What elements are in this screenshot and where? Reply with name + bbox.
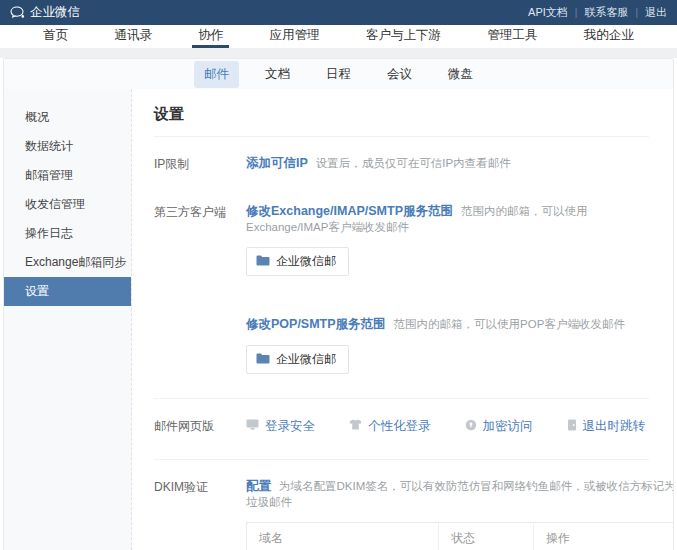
dkim-content: 配置为域名配置DKIM签名，可以有效防范仿冒和网络钓鱼邮件，或被收信方标记为垃圾…	[246, 478, 673, 550]
personalized-login-link[interactable]: 个性化登录	[349, 418, 431, 435]
nav-item-apps[interactable]: 应用管理	[264, 25, 326, 48]
sidebar-item-exchange-sync[interactable]: Exchange邮箱同步	[4, 248, 131, 277]
section-ip-and-clients: IP限制 添加可信IP设置后，成员仅可在可信IP内查看邮件 第三方客户端 修改E…	[154, 137, 649, 398]
mail-sidebar: 概况 数据统计 邮箱管理 收发信管理 操作日志 Exchange邮箱同步 设置	[4, 89, 132, 550]
logout-redirect-link[interactable]: 退出时跳转	[567, 418, 646, 435]
third-party-row: 第三方客户端 修改Exchange/IMAP/SMTP服务范围范围内的邮箱，可以…	[154, 203, 649, 374]
chip-label: 企业微信邮	[276, 253, 336, 270]
tab-docs[interactable]: 文档	[255, 61, 300, 88]
exchange-scope-block: 修改Exchange/IMAP/SMTP服务范围范围内的邮箱，可以使用Excha…	[246, 203, 649, 276]
sidebar-item-operation-log[interactable]: 操作日志	[4, 219, 131, 248]
encrypted-access-link[interactable]: 加密访问	[465, 418, 533, 435]
dkim-configure-link[interactable]: 配置	[246, 479, 271, 493]
webmail-links: 登录安全 个性化登录 加密访问 退出时跳转	[246, 417, 649, 435]
section-webmail: 邮件网页版 登录安全 个性化登录 加密访问	[154, 399, 649, 459]
page-background-gap	[0, 48, 677, 58]
panel-body: 概况 数据统计 邮箱管理 收发信管理 操作日志 Exchange邮箱同步 设置 …	[4, 89, 673, 550]
logout-link[interactable]: 退出	[645, 5, 667, 20]
nav-item-collaboration[interactable]: 协作	[192, 25, 229, 48]
dkim-desc: 为域名配置DKIM签名，可以有效防范仿冒和网络钓鱼邮件，或被收信方标记为垃圾邮件	[246, 480, 673, 508]
ip-restriction-label: IP限制	[154, 155, 246, 173]
main-nav: 首页 通讯录 协作 应用管理 客户与上下游 管理工具 我的企业	[0, 25, 677, 48]
modify-exchange-scope-link[interactable]: 修改Exchange/IMAP/SMTP服务范围	[246, 204, 453, 218]
logout-redirect-label: 退出时跳转	[583, 418, 646, 435]
login-security-link[interactable]: 登录安全	[246, 418, 315, 435]
pop-scope-desc: 范围内的邮箱，可以使用POP客户端收发邮件	[394, 318, 625, 330]
exchange-scope-chip[interactable]: 企业微信邮	[246, 247, 349, 276]
lock-icon	[465, 419, 477, 434]
sidebar-item-mailbox-management[interactable]: 邮箱管理	[4, 161, 131, 190]
personalized-login-label: 个性化登录	[368, 418, 431, 435]
sidebar-item-statistics[interactable]: 数据统计	[4, 132, 131, 161]
sidebar-item-overview[interactable]: 概况	[4, 103, 131, 132]
folder-icon	[256, 353, 270, 367]
table-header-row: 域名 状态 操作	[247, 523, 674, 550]
chip-label: 企业微信邮	[276, 351, 336, 368]
separator: |	[575, 7, 578, 18]
wework-logo-icon	[10, 6, 25, 19]
column-header-domain: 域名	[247, 523, 439, 550]
folder-icon	[256, 255, 270, 269]
settings-content: 设置 IP限制 添加可信IP设置后，成员仅可在可信IP内查看邮件 第三方客户端 …	[132, 89, 673, 550]
tab-mail[interactable]: 邮件	[194, 61, 239, 88]
sidebar-item-send-receive[interactable]: 收发信管理	[4, 190, 131, 219]
ip-restriction-row: IP限制 添加可信IP设置后，成员仅可在可信IP内查看邮件	[154, 155, 649, 173]
pop-scope-chip[interactable]: 企业微信邮	[246, 345, 349, 374]
nav-item-customers[interactable]: 客户与上下游	[360, 25, 447, 48]
tab-drive[interactable]: 微盘	[438, 61, 483, 88]
sidebar-item-settings[interactable]: 设置	[4, 277, 131, 306]
nav-item-my-company[interactable]: 我的企业	[578, 25, 640, 48]
login-security-label: 登录安全	[265, 418, 315, 435]
brand: 企业微信	[10, 4, 80, 21]
topbar: 企业微信 API文档 | 联系客服 | 退出	[0, 0, 677, 25]
tshirt-icon	[349, 419, 362, 433]
subtab-bar: 邮件 文档 日程 会议 微盘	[4, 59, 673, 89]
topbar-links: API文档 | 联系客服 | 退出	[528, 5, 667, 20]
tab-calendar[interactable]: 日程	[316, 61, 361, 88]
ip-restriction-desc: 设置后，成员仅可在可信IP内查看邮件	[316, 157, 511, 169]
nav-item-contacts[interactable]: 通讯录	[109, 25, 159, 48]
contact-support-link[interactable]: 联系客服	[584, 5, 628, 20]
nav-item-admin-tools[interactable]: 管理工具	[481, 25, 543, 48]
nav-item-home[interactable]: 首页	[37, 25, 74, 48]
webmail-label: 邮件网页版	[154, 417, 246, 435]
dkim-row: DKIM验证 配置为域名配置DKIM签名，可以有效防范仿冒和网络钓鱼邮件，或被收…	[154, 478, 649, 550]
brand-name: 企业微信	[30, 4, 80, 21]
column-header-action: 操作	[534, 523, 674, 550]
pop-scope-block: 修改POP/SMTP服务范围范围内的邮箱，可以使用POP客户端收发邮件 企业微信…	[246, 316, 649, 374]
monitor-icon	[246, 419, 259, 433]
dkim-label: DKIM验证	[154, 478, 246, 550]
collaboration-panel: 邮件 文档 日程 会议 微盘 概况 数据统计 邮箱管理 收发信管理 操作日志 E…	[3, 58, 674, 550]
dkim-domain-table: 域名 状态 操作 988666.club 已验证 查看配置	[246, 522, 673, 550]
encrypted-access-label: 加密访问	[483, 418, 533, 435]
third-party-content: 修改Exchange/IMAP/SMTP服务范围范围内的邮箱，可以使用Excha…	[246, 203, 649, 374]
separator: |	[635, 7, 638, 18]
section-dkim: DKIM验证 配置为域名配置DKIM签名，可以有效防范仿冒和网络钓鱼邮件，或被收…	[154, 460, 649, 550]
api-docs-link[interactable]: API文档	[528, 5, 568, 20]
ip-restriction-content: 添加可信IP设置后，成员仅可在可信IP内查看邮件	[246, 155, 649, 173]
tab-meeting[interactable]: 会议	[377, 61, 422, 88]
modify-pop-scope-link[interactable]: 修改POP/SMTP服务范围	[246, 317, 386, 331]
page-title: 设置	[154, 99, 649, 136]
webmail-row: 邮件网页版 登录安全 个性化登录 加密访问	[154, 417, 649, 435]
door-icon	[567, 419, 577, 434]
column-header-status: 状态	[439, 523, 534, 550]
third-party-label: 第三方客户端	[154, 203, 246, 374]
add-trusted-ip-link[interactable]: 添加可信IP	[246, 156, 308, 170]
